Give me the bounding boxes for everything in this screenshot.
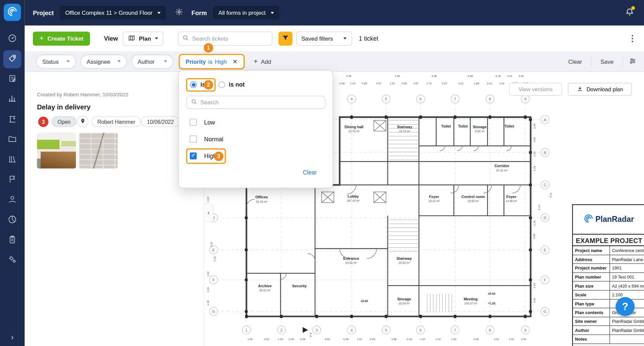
plan-dim-label: 0.36 [401,82,407,85]
sidebar-item-statistics[interactable] [3,90,21,108]
radio-is[interactable]: is [190,81,205,88]
divider [623,57,623,66]
sidebar: › [0,0,24,346]
status-filter-chip[interactable]: Status [36,54,76,68]
plan-room-label: Toilet [504,124,514,128]
create-ticket-button[interactable]: + Create Ticket [33,32,90,46]
grid-bubble-label: E [212,248,215,252]
add-filter-button[interactable]: + Add [254,57,271,65]
plan-dim-label: 1.02 [350,82,356,85]
ticket-photo-room[interactable] [37,133,76,169]
sidebar-item-contacts[interactable] [3,191,21,209]
sidebar-item-site[interactable] [3,110,21,129]
project-selector[interactable]: Office Complex 11 > Ground Floor [60,6,166,20]
assignee-filter-chip[interactable]: Assignee [80,54,127,68]
sidebar-item-templates[interactable] [3,231,21,249]
help-button[interactable]: ? [616,297,635,316]
titleblock-logo: PlanRadar [573,205,644,234]
ticket-photo-brick-wall[interactable] [79,133,118,169]
planradar-logo[interactable] [4,4,21,21]
grid-bubble-label: B [544,150,546,155]
priority-filter-chip[interactable]: Priority is High ✕ [179,54,245,69]
plan-dim-label: 0.30 [288,338,294,341]
tag-icon [8,54,17,64]
plan-dim-label: 0.29 [533,220,536,226]
form-selector[interactable]: All forms in project [213,6,279,20]
bar-chart-icon [8,94,17,104]
plan-dim-label: 1.00 [533,166,536,171]
titleblock-row: AddressPlanRadar Lane 1 [573,255,644,264]
plan-title-block: PlanRadar EXAMPLE PROJECT Project nameCo… [572,204,644,346]
plan-dim-label: 1.02 [413,82,418,85]
ticket-list-panel: Created by Robert Hammer, 10/03/2022 Del… [24,72,204,346]
sidebar-item-library[interactable] [3,151,21,169]
filter-bar: Status Assignee Author Priority is High … [24,51,644,72]
ticket-title[interactable]: Delay in delivery [37,103,90,111]
filter-settings-icon[interactable] [629,57,637,66]
option-row-normal[interactable]: Normal [190,136,223,143]
titleblock-row: AuthorPlanRadar GmbH [573,326,644,335]
checkbox-high[interactable] [190,152,197,159]
plan-dim-label: 1.50 [207,300,210,305]
plan-view-selector[interactable]: Plan [123,32,163,46]
ticket-location-pin[interactable] [77,116,88,127]
map-pin-icon [80,118,86,125]
grid-bubble-label: 4 [351,328,353,332]
option-row-high[interactable]: High [190,152,216,159]
plan-room-label: Control room [462,195,485,199]
grid-bubble-label: F [212,278,215,282]
plan-room-label: Entrance [343,256,359,260]
download-plan-button[interactable]: Download plan [568,83,632,96]
ticket-status-badge[interactable]: Open [52,116,76,127]
plan-dim-label: 1.02 [278,338,283,341]
popup-search-input[interactable] [201,99,321,106]
view-versions-button[interactable]: View versions [509,83,562,96]
option-row-low[interactable]: Low [190,119,215,126]
notifications-bell[interactable] [625,7,634,18]
checkbox-normal[interactable] [190,136,197,143]
plan-dim-label: 1.00 [207,271,210,277]
overflow-menu[interactable] [632,35,633,42]
popup-clear-link[interactable]: Clear [303,169,317,176]
plan-dim-label: ±0.00 [488,292,495,295]
priority-chip-op: is [208,58,212,65]
radio-is-not[interactable]: is not [218,81,245,88]
grid-bubble-label: 6 [420,328,422,332]
clear-filters-button[interactable]: Clear [565,58,585,65]
sidebar-item-dashboard[interactable] [3,30,21,48]
filter-button[interactable] [278,32,292,46]
grid-bubble-label: 4 [351,97,353,101]
author-filter-chip[interactable]: Author [131,54,173,68]
plan-dim-label: 5.14 [538,205,541,210]
sidebar-item-tasks[interactable] [3,70,21,88]
saved-filters-selector[interactable]: Saved filters [296,32,352,46]
titleblock-row: Site ownerPlanRadar GmbH [573,317,644,326]
ticket-created-text: Created by Robert Hammer, 10/03/2022 [37,92,128,97]
radio-input-is-not[interactable] [218,81,225,88]
plan-dim-label: 0.83 [370,338,375,341]
sidebar-item-flags[interactable] [3,171,21,189]
sidebar-item-tickets[interactable] [3,50,21,68]
sidebar-expand-chevron[interactable]: › [0,333,24,342]
plan-room-label: Storage [473,125,487,129]
plan-dim-label: 0.30 [339,82,345,85]
remove-filter-icon[interactable]: ✕ [232,58,237,65]
ticket-count: 1 ticket [359,35,378,42]
plan-dim-label: 0.41 [487,82,492,85]
plan-dim-label: 1.06 [533,123,536,129]
radio-input-is[interactable] [190,81,197,88]
plan-dim-label: 2.02 [376,82,381,85]
map-icon [128,34,135,42]
save-filters-button[interactable]: Save [597,58,617,65]
plan-room-label: Toilet [458,124,468,128]
plan-dim-label: 3.98 [391,338,397,341]
sidebar-item-documents[interactable] [3,131,21,149]
sidebar-item-settings[interactable] [3,251,21,269]
project-settings-gear-icon[interactable] [175,8,183,17]
sidebar-item-reports[interactable] [3,211,21,229]
priority-filter-popup: is is not Low Normal High Clear 2 3 [178,70,333,188]
titleblock-row: Scale1:100 [573,291,644,299]
checkbox-low[interactable] [190,119,197,126]
search-tickets-input[interactable] [192,35,268,42]
plan-collapse-handle[interactable]: ‹ [204,203,214,222]
